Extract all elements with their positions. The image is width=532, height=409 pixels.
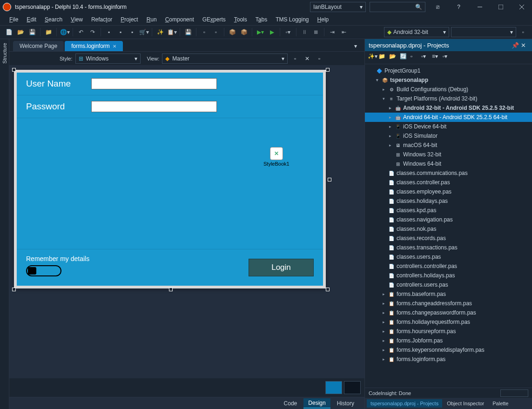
username-input[interactable] — [91, 78, 217, 89]
tree-item[interactable]: 📄controllers.users.pas — [365, 280, 532, 289]
tb-10[interactable]: 📦 — [227, 27, 237, 37]
designer-ic2[interactable]: ✕ — [303, 54, 312, 63]
tb-11[interactable]: 📦 — [239, 27, 249, 37]
device-combo[interactable]: ▾ — [451, 27, 516, 37]
tab-history[interactable]: History — [332, 399, 359, 408]
menu-tools[interactable]: Tools — [230, 15, 251, 24]
tb-2[interactable]: ▪ — [115, 27, 126, 37]
tree-item[interactable]: ⊞Windows 32-bit — [365, 150, 532, 159]
pin-icon[interactable]: 📌 — [512, 42, 519, 49]
projects-tree[interactable]: 🔷ProjectGroup1▾📦tspersonalapp▸⚙Build Con… — [365, 64, 532, 388]
pt-6[interactable]: ▫▾ — [421, 53, 431, 62]
menu-component[interactable]: Component — [162, 15, 198, 24]
resize-handle[interactable] — [169, 288, 173, 291]
tb-6[interactable]: 📋▾ — [167, 27, 177, 37]
tb-3[interactable]: ▪ — [127, 27, 137, 37]
menu-tabs[interactable]: Tabs — [252, 15, 271, 24]
menu-edit[interactable]: Edit — [23, 15, 40, 24]
pt-3[interactable]: 📂 — [389, 53, 398, 62]
design-canvas[interactable]: User Name Password ✕ StyleBook1 Remember… — [9, 65, 364, 378]
close-button[interactable] — [511, 0, 532, 14]
tree-item[interactable]: 📄classes.employee.pas — [365, 187, 532, 196]
tree-item[interactable]: ▸📋forms.loginform.pas — [365, 355, 532, 364]
pause-icon[interactable]: ⏸ — [299, 27, 310, 37]
search-combo[interactable]: 🔍 — [370, 2, 425, 12]
tb-8[interactable]: ▫ — [199, 27, 209, 37]
login-button[interactable]: Login — [249, 259, 314, 276]
tree-item[interactable]: ▸📋forms.Jobform.pas — [365, 336, 532, 345]
menu-file[interactable]: File — [6, 15, 22, 24]
tree-item[interactable]: 📄classes.communications.pas — [365, 168, 532, 178]
menu-gexperts[interactable]: GExperts — [199, 15, 229, 24]
designer-ic3[interactable]: ▫ — [315, 54, 324, 63]
tb-end[interactable]: ▫ — [518, 27, 528, 37]
login-form[interactable]: User Name Password ✕ StyleBook1 Remember… — [14, 70, 326, 288]
pt-4[interactable]: 🔄 — [400, 53, 409, 62]
tree-item[interactable]: ▸📱iOS Simulator — [365, 131, 532, 141]
resize-handle[interactable] — [326, 68, 330, 72]
tree-item[interactable]: ▸📱iOS Device 64-bit — [365, 122, 532, 131]
tree-item[interactable]: 📄controllers.holidays.pas — [365, 271, 532, 280]
thumb-light[interactable] — [325, 381, 342, 394]
save-icon[interactable]: 💾 — [27, 27, 37, 37]
tree-item[interactable]: 📄classes.kpd.pas — [365, 206, 532, 215]
tree-item[interactable]: ▸📋forms.changeaddressform.pas — [365, 299, 532, 308]
layout-combo[interactable]: IanBLayout▾ — [310, 2, 366, 12]
tree-item[interactable]: ▸🖥macOS 64-bit — [365, 141, 532, 150]
tree-item[interactable]: ▸📋forms.hoursrepform.pas — [365, 327, 532, 336]
pt-7[interactable]: ≡▾ — [432, 53, 441, 62]
tb-12[interactable]: ▫▾ — [283, 27, 293, 37]
remember-toggle[interactable] — [26, 265, 61, 276]
tree-item[interactable]: 📄classes.navigation.pas — [365, 215, 532, 224]
tree-item[interactable]: 📄classes.records.pas — [365, 234, 532, 243]
tree-item[interactable]: 🔷ProjectGroup1 — [365, 66, 532, 75]
desktop-icon[interactable]: ⎚ — [427, 0, 448, 14]
tree-item[interactable]: 📄classes.transactions.pas — [365, 243, 532, 252]
tree-item[interactable]: ▸🤖Android 64-bit - Android SDK 25.2.5 64… — [365, 113, 532, 122]
rtab-inspector[interactable]: Object Inspector — [443, 399, 488, 408]
tb-5[interactable]: ✨ — [155, 27, 165, 37]
tree-item[interactable]: ▾≡Target Platforms (Android 32-bit) — [365, 94, 532, 103]
menu-search[interactable]: Search — [41, 15, 66, 24]
designer-ic1[interactable]: ▫ — [290, 54, 300, 63]
tree-item[interactable]: ▸📋forms.baseform.pas — [365, 289, 532, 299]
resize-handle[interactable] — [326, 288, 330, 291]
tree-item[interactable]: ▸⚙Build Configurations (Debug) — [365, 85, 532, 94]
help-icon[interactable]: ? — [448, 0, 469, 14]
undo-icon[interactable]: ↶ — [76, 27, 86, 37]
resize-handle[interactable] — [12, 68, 16, 72]
pt-5[interactable]: ▫ — [411, 53, 420, 62]
tab-code[interactable]: Code — [279, 399, 302, 408]
redo-icon[interactable]: ↷ — [88, 27, 98, 37]
menu-view[interactable]: View — [67, 15, 87, 24]
maximize-button[interactable] — [490, 0, 511, 14]
structure-rail[interactable]: Structure — [0, 39, 9, 409]
tree-item[interactable]: 📄controllers.controller.pas — [365, 261, 532, 271]
open-icon[interactable]: 📂 — [15, 27, 26, 37]
style-combo[interactable]: ⊞Windows▾ — [75, 54, 141, 64]
menu-run[interactable]: Run — [143, 15, 161, 24]
tb-7[interactable]: 💾 — [183, 27, 193, 37]
folder-icon[interactable]: 📁 — [43, 27, 54, 37]
stop-icon[interactable]: ⏹ — [311, 27, 321, 37]
tab-welcome[interactable]: Welcome Page — [13, 41, 64, 51]
tree-item[interactable]: ▸📋forms.keypersonneldisplayform.pas — [365, 345, 532, 355]
tab-design[interactable]: Design — [303, 398, 330, 409]
menu-project[interactable]: Project — [117, 15, 141, 24]
close-panel-icon[interactable]: ✕ — [521, 42, 528, 49]
new-icon[interactable]: 📄 — [4, 27, 14, 37]
tree-item[interactable]: ▸📋forms.holidayrequestform.pas — [365, 317, 532, 327]
tree-item[interactable]: ▾📦tspersonalapp — [365, 75, 532, 85]
menu-refactor[interactable]: Refactor — [88, 15, 116, 24]
pt-2[interactable]: 📁 — [378, 53, 388, 62]
rtab-projects[interactable]: tspersonalapp.dproj - Projects — [367, 399, 442, 408]
tab-loginform[interactable]: forms.loginform✕ — [65, 41, 123, 51]
step-icon[interactable]: ⇥ — [327, 27, 337, 37]
resize-handle[interactable] — [12, 288, 16, 291]
menu-help[interactable]: Help — [314, 15, 333, 24]
tree-item[interactable]: ▸📋forms.changepasswordform.pas — [365, 308, 532, 317]
tree-item[interactable]: 📄classes.users.pas — [365, 252, 532, 261]
pt-8[interactable]: ▫▾ — [443, 53, 452, 62]
thumb-dark[interactable] — [344, 381, 361, 394]
rtab-palette[interactable]: Palette — [489, 399, 512, 408]
